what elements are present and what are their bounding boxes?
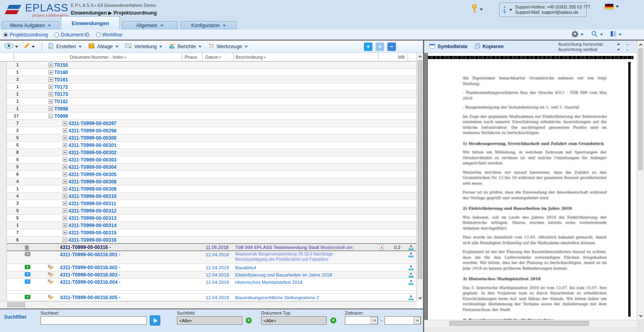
document-number-link[interactable]: 4311-T0999-00-00310 — [68, 194, 117, 199]
expand-plus-icon[interactable]: + — [63, 136, 67, 140]
scrollbar-thumb[interactable] — [638, 49, 643, 170]
table-row[interactable]: ?4311-T0999-00-00316.004 -12.04.2018Hist… — [0, 279, 417, 291]
expand-plus-icon[interactable]: + — [49, 63, 53, 67]
expand-plus-icon[interactable]: + — [49, 106, 53, 111]
org-chart-icon[interactable] — [408, 252, 414, 259]
table-row[interactable]: 6+4311-T0999-00-00305 — [0, 171, 417, 178]
tab-konfiguration[interactable]: Konfiguration — [181, 21, 236, 30]
table-row[interactable]: 17−T0999 — [0, 113, 417, 120]
align-v-plus-button[interactable]: + — [614, 47, 623, 52]
org-chart-icon[interactable] — [408, 295, 414, 301]
document-number-link[interactable]: T0161 — [54, 77, 68, 83]
document-number-link[interactable]: 4311-T0999-00-00316.005 - — [60, 295, 120, 300]
language-selector[interactable] — [605, 4, 619, 9]
expand-plus-icon[interactable]: + — [63, 179, 67, 184]
align-h-plus-button[interactable]: + — [614, 42, 623, 47]
table-row[interactable]: 2+4311-T0999-00-00298 — [0, 127, 417, 134]
scroll-up-button[interactable] — [417, 53, 423, 60]
align-h-minus-button[interactable]: - — [623, 42, 632, 47]
table-row[interactable]: 5+4311-T0999-00-00312 — [0, 207, 417, 215]
scroll-down-button[interactable] — [417, 295, 423, 301]
expand-plus-icon[interactable]: + — [63, 172, 67, 177]
document-number-link[interactable]: 4311-T0999-00-00314 — [68, 223, 117, 228]
document-number-link[interactable]: 4311-T0999-00-00316.003 - — [60, 272, 120, 278]
document-number-link[interactable]: 4311-T0999-00-00308 — [68, 179, 117, 185]
document-number-link[interactable]: 4311-T0999-00-00316 - — [60, 245, 111, 250]
table-row[interactable]: 1+4311-T0999-00-00314 — [0, 222, 417, 229]
expand-plus-icon[interactable]: + — [63, 121, 67, 126]
org-chart-icon[interactable] — [408, 245, 414, 252]
collapse-minus-icon[interactable]: − — [49, 114, 53, 118]
document-number-link[interactable]: 4311-T0999-00-00301 — [68, 143, 117, 148]
expand-plus-icon[interactable]: + — [63, 230, 67, 235]
expand-plus-icon[interactable]: + — [49, 77, 53, 82]
document-number-link[interactable]: 4311-T0999-00-00311 — [68, 201, 116, 206]
toolbar-menu-werkzeuge[interactable]: Werkzeuge — [208, 43, 248, 50]
tab-meine-aufgaben[interactable]: Meine Aufgaben — [2, 21, 59, 30]
document-number-link[interactable]: 4311-T0999-00-00316.001 - — [60, 252, 120, 258]
expand-plus-icon[interactable]: + — [63, 216, 67, 220]
preview-horizontal-scrollbar[interactable] — [424, 320, 637, 327]
chevron-down-icon[interactable] — [509, 9, 512, 11]
suchfeld-select[interactable] — [177, 316, 242, 325]
expand-all-button[interactable]: + — [364, 43, 372, 51]
expand-plus-icon[interactable]: + — [63, 128, 67, 133]
document-number-link[interactable]: 4311-T0999-00-00315 — [68, 230, 117, 236]
document-number-link[interactable]: 4311-T0999-00-00316 — [68, 237, 117, 243]
table-row[interactable]: 5+4311-T0999-00-00300 — [0, 134, 417, 142]
view-radio-projektzuordnung[interactable]: Projektzuordnung — [3, 32, 48, 38]
edit-pencil-icon[interactable] — [48, 279, 53, 287]
preview-vertical-scrollbar[interactable] — [637, 40, 644, 320]
document-number-link[interactable]: 4311-T0999-00-00303 — [68, 157, 117, 163]
table-row[interactable]: 4+4311-T0999-00-00308 — [0, 178, 417, 185]
table-row[interactable]: 4+4311-T0999-00-00310 — [0, 193, 417, 200]
document-number-link[interactable]: 4311-T0999-00-00300 — [68, 135, 117, 141]
search-submit-button[interactable] — [150, 315, 160, 326]
scroll-left-button[interactable] — [425, 320, 431, 327]
table-row[interactable]: 3+4311-T0999-00-00311 — [0, 200, 417, 207]
view-radio-dokument-id[interactable]: Dokument-ID — [54, 32, 89, 38]
table-row[interactable]: ?4311-T0999-00-00316.005 -12.04.2018Bauo… — [0, 294, 417, 301]
scanned-document-preview[interactable]: Als Eigentümer benachbarter Grundstücke … — [424, 53, 637, 320]
table-row[interactable]: 7+4311-T0999-00-00297 — [0, 120, 417, 127]
dokumenttyp-select[interactable] — [261, 316, 327, 325]
view-radio-workflow[interactable]: Workflow — [96, 32, 122, 38]
add-dokumenttyp-button[interactable]: + — [330, 317, 337, 324]
pdf-icon[interactable] — [379, 245, 384, 252]
column-header-beschreibung[interactable]: Beschreibung — [234, 53, 378, 61]
table-row[interactable]: 3+T0161 — [0, 76, 417, 83]
expand-level-button[interactable]: + — [376, 43, 384, 51]
expand-plus-icon[interactable]: + — [63, 194, 67, 198]
toolbar-menu-verteilung[interactable]: Verteilung — [125, 43, 163, 50]
collapse-all-button[interactable]: − — [387, 43, 396, 51]
table-row[interactable]: 7+4311-T0999-00-00315 — [0, 229, 417, 236]
view-document-button[interactable] — [3, 42, 19, 51]
add-suchfeld-button[interactable]: + — [245, 317, 252, 324]
column-header-mb[interactable]: MB — [378, 53, 408, 61]
table-row[interactable]: 6−4311-T0999-00-00316 — [0, 236, 417, 244]
table-vertical-scrollbar[interactable] — [417, 53, 423, 301]
expand-plus-icon[interactable]: + — [63, 165, 67, 169]
expand-plus-icon[interactable]: + — [49, 92, 53, 96]
table-row[interactable]: ?4311-T0999-00-00316.001 -12.04.2018Anwe… — [0, 251, 417, 264]
expand-plus-icon[interactable]: + — [49, 85, 53, 89]
table-row[interactable]: 1+T0172 — [0, 83, 417, 91]
column-header-phase[interactable]: Phase — [182, 53, 202, 61]
column-header-dokument-nummer[interactable]: Dokument-Nummer - Index — [14, 53, 182, 61]
scroll-right-button[interactable] — [629, 320, 636, 327]
edit-document-button[interactable] — [22, 42, 36, 52]
expand-plus-icon[interactable]: + — [63, 201, 67, 206]
document-number-link[interactable]: 4311-T0999-00-00312 — [68, 208, 117, 214]
document-number-link[interactable]: 4311-T0999-00-00309 — [68, 186, 117, 192]
org-chart-icon[interactable] — [408, 279, 414, 287]
scroll-right-button[interactable] — [409, 302, 416, 309]
help-icon[interactable]: ? — [503, 5, 506, 14]
expand-plus-icon[interactable]: + — [63, 223, 67, 228]
suchtext-input[interactable] — [40, 316, 147, 325]
table-row[interactable]: ?4311-T0999-00-00316.003 -12.04.2018Elek… — [0, 271, 417, 279]
table-row[interactable]: 5+4311-T0999-00-00303 — [0, 156, 417, 164]
document-number-link[interactable]: 4311-T0999-00-00298 — [68, 128, 117, 134]
scroll-down-button[interactable] — [637, 313, 644, 319]
document-number-link[interactable]: 4311-T0999-00-00297 — [68, 121, 117, 126]
toolbar-menu-berichte[interactable]: Berichte — [169, 43, 202, 50]
